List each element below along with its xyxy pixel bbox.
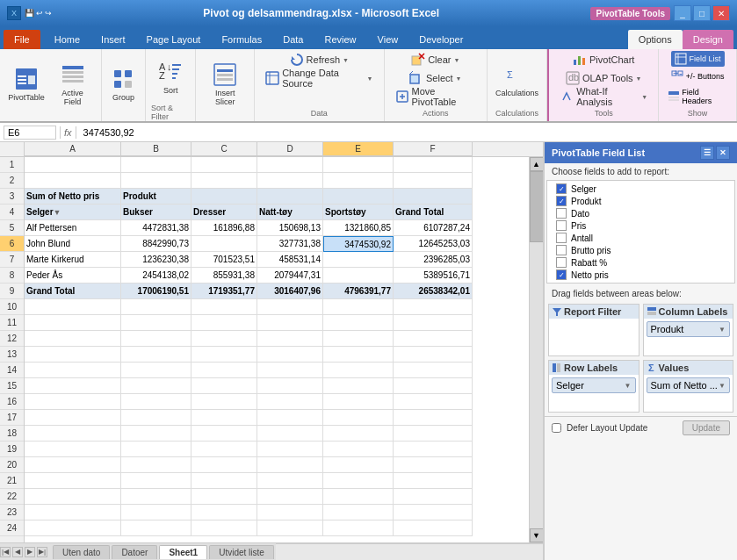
cell-d6[interactable]: 327731,38 bbox=[257, 236, 323, 252]
cell-e2[interactable] bbox=[323, 173, 394, 189]
row-num-11[interactable]: 11 bbox=[0, 315, 24, 331]
row-num-12[interactable]: 12 bbox=[0, 331, 24, 347]
row-num-2[interactable]: 2 bbox=[0, 173, 24, 189]
cell-a9[interactable]: Grand Total bbox=[25, 284, 121, 299]
cell-a3[interactable]: Sum of Netto pris bbox=[25, 189, 121, 205]
quick-access-save[interactable]: 💾 bbox=[25, 9, 34, 18]
row-num-20[interactable]: 20 bbox=[0, 457, 24, 473]
sheet-nav-first[interactable]: |◀ bbox=[0, 547, 11, 557]
cell-b3[interactable]: Produkt bbox=[121, 189, 191, 205]
row-num-9[interactable]: 9 bbox=[0, 284, 24, 299]
cell-d7[interactable]: 458531,14 bbox=[257, 252, 323, 268]
sheet-nav-prev[interactable]: ◀ bbox=[12, 547, 23, 557]
cell-f9[interactable]: 26538342,01 bbox=[394, 284, 473, 299]
tab-page-layout[interactable]: Page Layout bbox=[136, 30, 212, 49]
cell-b2[interactable] bbox=[121, 173, 191, 189]
field-checkbox-selger[interactable]: ✓ bbox=[556, 183, 567, 194]
cell-c7[interactable]: 701523,51 bbox=[191, 252, 257, 268]
row-num-10[interactable]: 10 bbox=[0, 299, 24, 315]
cell-a5[interactable]: Alf Pettersen bbox=[25, 220, 121, 236]
field-headers-button[interactable]: Field Headers bbox=[664, 86, 731, 107]
cell-d8[interactable]: 2079447,31 bbox=[257, 268, 323, 284]
cell-f5[interactable]: 6107287,24 bbox=[394, 220, 473, 236]
sort-button[interactable]: A Z ↓ Sort bbox=[154, 51, 187, 104]
cell-c8[interactable]: 855931,38 bbox=[191, 268, 257, 284]
tab-home[interactable]: Home bbox=[44, 30, 90, 49]
field-item-produkt[interactable]: ✓ Produkt bbox=[554, 195, 727, 207]
horizontal-scroll-area[interactable] bbox=[276, 543, 543, 561]
report-filter-content[interactable] bbox=[549, 319, 639, 349]
insert-slicer-button[interactable]: Insert Slicer bbox=[201, 58, 249, 111]
source-arrow[interactable]: ▼ bbox=[367, 75, 373, 82]
sheet-tab-sheet1[interactable]: Sheet1 bbox=[159, 545, 207, 559]
values-content[interactable]: Sum of Netto ... ▼ bbox=[644, 375, 733, 406]
field-item-dato[interactable]: Dato bbox=[554, 207, 727, 219]
cell-b7[interactable]: 1236230,38 bbox=[121, 252, 191, 268]
field-checkbox-pris[interactable] bbox=[556, 220, 567, 231]
field-item-pris[interactable]: Pris bbox=[554, 219, 727, 232]
cell-f4[interactable]: Grand Total bbox=[394, 205, 473, 220]
scroll-thumb[interactable] bbox=[530, 171, 544, 242]
row-pill-selger[interactable]: Selger ▼ bbox=[552, 377, 636, 393]
field-checkbox-brutto[interactable] bbox=[556, 245, 567, 255]
minimize-button[interactable]: _ bbox=[674, 5, 691, 21]
cell-f1[interactable] bbox=[394, 157, 473, 173]
field-list-button[interactable]: Field List bbox=[671, 51, 725, 67]
cell-c2[interactable] bbox=[191, 173, 257, 189]
cell-b1[interactable] bbox=[121, 157, 191, 173]
field-list-close-button[interactable]: ✕ bbox=[716, 146, 730, 160]
sheet-nav-next[interactable]: ▶ bbox=[25, 547, 35, 557]
cell-reference-input[interactable] bbox=[4, 126, 56, 140]
field-checkbox-netto[interactable]: ✓ bbox=[556, 269, 567, 280]
report-filter-area[interactable]: Report Filter bbox=[548, 304, 639, 356]
cell-a8[interactable]: Peder Ås bbox=[25, 268, 121, 284]
cell-f3[interactable] bbox=[394, 189, 473, 205]
cell-f8[interactable]: 5389516,71 bbox=[394, 268, 473, 284]
scroll-track[interactable] bbox=[530, 171, 544, 528]
quick-access-redo[interactable]: ↪ bbox=[45, 9, 52, 18]
cell-c6[interactable] bbox=[191, 236, 257, 252]
row-num-13[interactable]: 13 bbox=[0, 347, 24, 363]
values-area[interactable]: Σ Values Sum of Netto ... ▼ bbox=[643, 360, 734, 413]
cell-c4[interactable]: Dresser bbox=[191, 205, 257, 220]
update-button[interactable]: Update bbox=[683, 420, 730, 435]
sheet-tab-utvidet-liste[interactable]: Utvidet liste bbox=[209, 545, 274, 559]
row-num-21[interactable]: 21 bbox=[0, 473, 24, 489]
field-item-netto-pris[interactable]: ✓ Netto pris bbox=[554, 269, 727, 281]
sheet-tab-uten-dato[interactable]: Uten dato bbox=[53, 545, 110, 559]
calculations-button[interactable]: Σ Calculations bbox=[491, 54, 543, 106]
cell-a7[interactable]: Marte Kirkerud bbox=[25, 252, 121, 268]
tab-formulas[interactable]: Formulas bbox=[211, 30, 272, 49]
row-num-6[interactable]: 6 bbox=[0, 236, 24, 252]
cell-b5[interactable]: 4472831,38 bbox=[121, 220, 191, 236]
cell-e7[interactable] bbox=[323, 252, 394, 268]
row-labels-area[interactable]: Row Labels Selger ▼ bbox=[548, 360, 639, 413]
row-num-1[interactable]: 1 bbox=[0, 157, 24, 173]
values-pill-netto[interactable]: Sum of Netto ... ▼ bbox=[647, 377, 731, 393]
select-button[interactable]: Select ▼ bbox=[404, 69, 467, 87]
row-num-22[interactable]: 22 bbox=[0, 489, 24, 505]
tab-options[interactable]: Options bbox=[628, 30, 683, 49]
cell-e6[interactable]: 3474530,92 bbox=[323, 236, 394, 252]
cell-c3[interactable] bbox=[191, 189, 257, 205]
clear-button[interactable]: Clear ▼ bbox=[406, 51, 465, 68]
pivot-table-button[interactable]: PivotTable bbox=[5, 58, 47, 111]
field-checkbox-rabatt[interactable] bbox=[556, 257, 567, 268]
cell-a2[interactable] bbox=[25, 173, 121, 189]
olap-arrow[interactable]: ▼ bbox=[636, 75, 642, 82]
field-item-brutto-pris[interactable]: Brutto pris bbox=[554, 244, 727, 256]
column-pill-arrow[interactable]: ▼ bbox=[719, 326, 726, 334]
cell-b8[interactable]: 2454138,02 bbox=[121, 268, 191, 284]
cell-d5[interactable]: 150698,13 bbox=[257, 220, 323, 236]
active-field-button[interactable]: Active Field bbox=[49, 58, 96, 111]
cell-d9[interactable]: 3016407,96 bbox=[257, 284, 323, 299]
row-num-8[interactable]: 8 bbox=[0, 268, 24, 284]
row-num-23[interactable]: 23 bbox=[0, 505, 24, 521]
column-labels-area[interactable]: Column Labels Produkt ▼ bbox=[643, 304, 734, 356]
vertical-scrollbar[interactable]: ▲ ▼ bbox=[529, 157, 543, 542]
values-pill-arrow[interactable]: ▼ bbox=[719, 382, 726, 390]
cell-b4[interactable]: Bukser bbox=[121, 205, 191, 220]
cell-e9[interactable]: 4796391,77 bbox=[323, 284, 394, 299]
maximize-button[interactable]: □ bbox=[693, 5, 711, 21]
cell-b9[interactable]: 17006190,51 bbox=[121, 284, 191, 299]
